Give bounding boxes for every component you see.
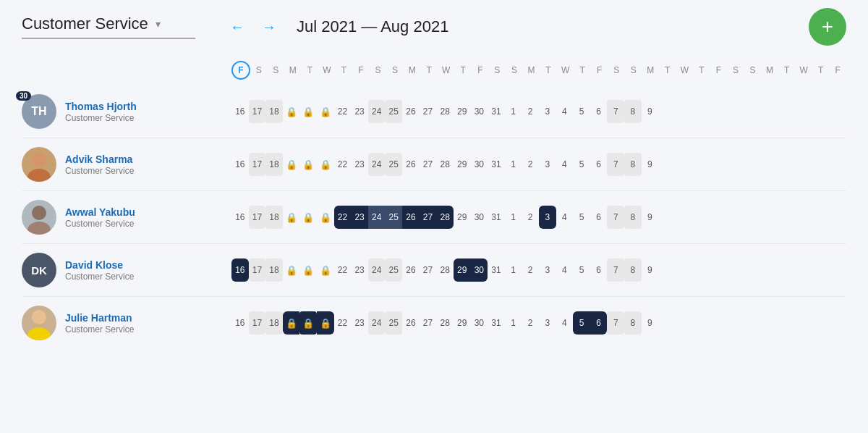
day-cell-t-22[interactable]: 22 xyxy=(334,100,352,123)
day-cell-a-22[interactable]: 22 xyxy=(334,153,352,176)
day-cell-d-lock1[interactable]: 🔒 xyxy=(283,258,300,282)
day-cell-j-18[interactable]: 18 xyxy=(265,311,283,335)
day-cell-t-lock1[interactable]: 🔒 xyxy=(283,100,300,123)
dept-selector[interactable]: Customer Service ▾ xyxy=(22,14,195,39)
day-cell-aw-6[interactable]: 6 xyxy=(590,206,608,229)
day-cell-a-18[interactable]: 18 xyxy=(265,153,283,176)
day-cell-t-16[interactable]: 16 xyxy=(231,100,249,123)
day-cell-aw-9[interactable]: 9 xyxy=(642,206,659,229)
day-cell-d-17[interactable]: 17 xyxy=(249,258,266,282)
day-cell-t-3[interactable]: 3 xyxy=(539,100,556,123)
day-cell-j-9[interactable]: 9 xyxy=(642,311,659,335)
day-cell-j-23[interactable]: 23 xyxy=(351,311,368,335)
day-cell-t-2[interactable]: 2 xyxy=(522,100,539,123)
prev-button[interactable]: ← xyxy=(224,16,250,38)
day-cell-t-aug1[interactable]: 1 xyxy=(505,100,522,123)
day-cell-d-6[interactable]: 6 xyxy=(590,258,608,282)
day-cell-j-30[interactable]: 30 xyxy=(471,311,488,335)
day-cell-d-9[interactable]: 9 xyxy=(642,258,659,282)
day-cell-aw-2[interactable]: 2 xyxy=(522,206,539,229)
day-cell-d-25[interactable]: 25 xyxy=(385,258,402,282)
day-cell-aw-26[interactable]: 26 xyxy=(402,206,420,229)
day-cell-j-lock3[interactable]: 🔒 xyxy=(317,311,334,335)
day-cell-j-2[interactable]: 2 xyxy=(522,311,539,335)
next-button[interactable]: → xyxy=(256,16,282,38)
day-cell-aw-lock1[interactable]: 🔒 xyxy=(283,206,300,229)
day-cell-j-16[interactable]: 16 xyxy=(231,311,249,335)
day-cell-t-31[interactable]: 31 xyxy=(488,100,505,123)
day-cell-t-23[interactable]: 23 xyxy=(351,100,368,123)
day-cell-aw-27[interactable]: 27 xyxy=(420,206,437,229)
day-cell-aw-31[interactable]: 31 xyxy=(488,206,505,229)
day-cell-t-27[interactable]: 27 xyxy=(420,100,437,123)
day-cell-t-24[interactable]: 24 xyxy=(368,100,386,123)
day-cell-aw-4[interactable]: 4 xyxy=(556,206,574,229)
day-cell-a-6[interactable]: 6 xyxy=(590,153,608,176)
day-cell-d-31[interactable]: 31 xyxy=(488,258,505,282)
day-cell-d-4[interactable]: 4 xyxy=(556,258,574,282)
day-cell-d-8[interactable]: 8 xyxy=(624,258,642,282)
day-cell-d-27[interactable]: 27 xyxy=(420,258,437,282)
day-cell-aw-22[interactable]: 22 xyxy=(334,206,352,229)
day-cell-d-16[interactable]: 16 xyxy=(231,258,249,282)
day-cell-j-8[interactable]: 8 xyxy=(624,311,642,335)
day-cell-t-28[interactable]: 28 xyxy=(436,100,454,123)
day-cell-t-26[interactable]: 26 xyxy=(402,100,420,123)
day-cell-t-lock3[interactable]: 🔒 xyxy=(317,100,334,123)
day-cell-d-24[interactable]: 24 xyxy=(368,258,386,282)
day-cell-j-5[interactable]: 5 xyxy=(573,311,590,335)
day-cell-a-lock1[interactable]: 🔒 xyxy=(283,153,300,176)
day-cell-d-26[interactable]: 26 xyxy=(402,258,420,282)
day-cell-j-29[interactable]: 29 xyxy=(454,311,471,335)
day-cell-d-lock2[interactable]: 🔒 xyxy=(299,258,317,282)
day-cell-aw-8[interactable]: 8 xyxy=(624,206,642,229)
day-cell-j-7[interactable]: 7 xyxy=(607,311,624,335)
day-cell-j-3[interactable]: 3 xyxy=(539,311,556,335)
day-cell-d-7[interactable]: 7 xyxy=(607,258,624,282)
day-cell-a-31[interactable]: 31 xyxy=(488,153,505,176)
day-cell-a-26[interactable]: 26 xyxy=(402,153,420,176)
day-cell-j-6[interactable]: 6 xyxy=(590,311,608,335)
day-cell-aw-5[interactable]: 5 xyxy=(573,206,590,229)
day-cell-aw-25[interactable]: 25 xyxy=(385,206,402,229)
day-cell-t-lock2[interactable]: 🔒 xyxy=(299,100,317,123)
day-cell-d-22[interactable]: 22 xyxy=(334,258,352,282)
day-cell-t-5[interactable]: 5 xyxy=(573,100,590,123)
day-cell-a-2[interactable]: 2 xyxy=(522,153,539,176)
day-cell-t-4[interactable]: 4 xyxy=(556,100,574,123)
day-cell-t-18[interactable]: 18 xyxy=(265,100,283,123)
day-cell-aw-17[interactable]: 17 xyxy=(249,206,266,229)
day-cell-a-4[interactable]: 4 xyxy=(556,153,574,176)
day-cell-d-5[interactable]: 5 xyxy=(573,258,590,282)
day-cell-d-3[interactable]: 3 xyxy=(539,258,556,282)
day-cell-a-16[interactable]: 16 xyxy=(231,153,249,176)
day-cell-a-lock3[interactable]: 🔒 xyxy=(317,153,334,176)
day-cell-d-2[interactable]: 2 xyxy=(522,258,539,282)
day-cell-j-17[interactable]: 17 xyxy=(249,311,266,335)
day-cell-d-lock3[interactable]: 🔒 xyxy=(317,258,334,282)
day-cell-a-9[interactable]: 9 xyxy=(642,153,659,176)
day-cell-j-25[interactable]: 25 xyxy=(385,311,402,335)
day-cell-aw-28[interactable]: 28 xyxy=(436,206,454,229)
day-cell-j-4[interactable]: 4 xyxy=(556,311,574,335)
day-cell-d-30[interactable]: 30 xyxy=(471,258,488,282)
day-cell-a-8[interactable]: 8 xyxy=(624,153,642,176)
day-cell-j-lock2[interactable]: 🔒 xyxy=(299,311,317,335)
day-cell-d-aug1[interactable]: 1 xyxy=(505,258,522,282)
day-cell-aw-lock2[interactable]: 🔒 xyxy=(299,206,317,229)
day-cell-j-26[interactable]: 26 xyxy=(402,311,420,335)
day-cell-t-6[interactable]: 6 xyxy=(590,100,608,123)
day-cell-aw-aug1[interactable]: 1 xyxy=(505,206,522,229)
day-cell-aw-18[interactable]: 18 xyxy=(265,206,283,229)
day-cell-a-aug1[interactable]: 1 xyxy=(505,153,522,176)
day-cell-a-3[interactable]: 3 xyxy=(539,153,556,176)
day-cell-a-25[interactable]: 25 xyxy=(385,153,402,176)
day-cell-aw-16[interactable]: 16 xyxy=(231,206,249,229)
day-cell-d-18[interactable]: 18 xyxy=(265,258,283,282)
day-cell-d-23[interactable]: 23 xyxy=(351,258,368,282)
day-cell-j-22[interactable]: 22 xyxy=(334,311,352,335)
day-cell-d-28[interactable]: 28 xyxy=(436,258,454,282)
day-cell-t-29[interactable]: 29 xyxy=(454,100,471,123)
day-cell-aw-lock3[interactable]: 🔒 xyxy=(317,206,334,229)
day-cell-d-29[interactable]: 29 xyxy=(454,258,471,282)
